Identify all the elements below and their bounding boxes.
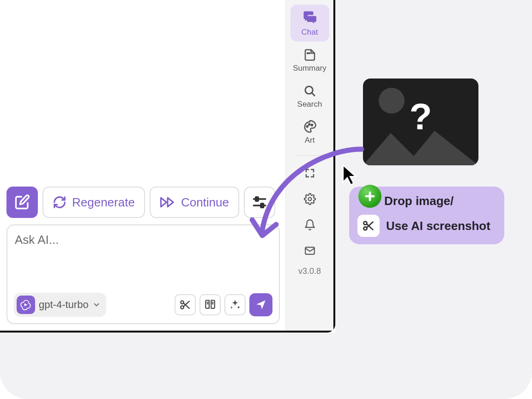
sidebar-item-summary[interactable]: Summary	[290, 43, 329, 78]
svg-point-15	[308, 53, 309, 54]
svg-rect-5	[261, 204, 264, 208]
regenerate-label: Regenerate	[72, 195, 135, 210]
input-toolbar: gpt-4-turbo	[14, 293, 272, 317]
sliders-icon	[252, 194, 267, 210]
send-button[interactable]	[249, 293, 272, 316]
version-label: v3.0.8	[298, 266, 321, 276]
sidebar-item-search[interactable]: Search	[290, 79, 329, 114]
send-icon	[255, 299, 267, 311]
continue-label: Continue	[181, 195, 229, 210]
svg-point-18	[306, 126, 308, 127]
use-screenshot-label: Use AI screenshot	[386, 219, 490, 233]
action-row: Regenerate Continue	[6, 187, 275, 218]
summary-label: Summary	[293, 64, 326, 73]
mail-icon	[304, 245, 316, 257]
main-area: Regenerate Continue Ask AI...	[0, 0, 285, 331]
sidebar-divider	[296, 155, 324, 156]
svg-rect-4	[255, 197, 258, 201]
openai-icon	[17, 296, 35, 314]
placeholder-sun-icon	[379, 88, 405, 114]
app-panel: Regenerate Continue Ask AI...	[0, 0, 335, 332]
sidebar-item-chat[interactable]: Chat	[290, 5, 329, 42]
art-label: Art	[305, 136, 315, 145]
pencil-square-icon	[14, 194, 30, 211]
svg-marker-0	[161, 198, 166, 206]
search-icon	[303, 84, 317, 98]
chat-input[interactable]: Ask AI... gpt-4-turbo	[6, 224, 280, 324]
chat-label: Chat	[302, 28, 318, 37]
settings-button[interactable]	[301, 190, 319, 208]
svg-marker-1	[168, 198, 173, 206]
svg-point-14	[307, 53, 308, 54]
notifications-button[interactable]	[301, 216, 319, 234]
svg-line-17	[312, 93, 314, 96]
compose-button[interactable]	[6, 187, 38, 218]
image-placeholder[interactable]: ?	[363, 79, 478, 165]
continue-button[interactable]: Continue	[150, 187, 239, 218]
sparkles-icon	[229, 299, 241, 311]
document-icon	[303, 48, 317, 62]
mail-button[interactable]	[301, 242, 319, 260]
settings-sliders-button[interactable]	[244, 187, 275, 218]
scissors-icon	[179, 299, 191, 311]
gear-icon	[304, 193, 316, 205]
background-panel	[0, 332, 335, 399]
library-button[interactable]	[200, 294, 221, 315]
use-screenshot-row[interactable]: Use AI screenshot	[357, 215, 496, 237]
model-selector[interactable]: gpt-4-turbo	[14, 293, 106, 317]
question-mark-icon: ?	[410, 96, 432, 138]
tool-icons	[175, 293, 272, 316]
maximize-icon	[304, 168, 315, 179]
plus-badge-icon	[358, 185, 381, 208]
chat-input-placeholder: Ask AI...	[15, 233, 272, 247]
chevron-down-icon	[92, 301, 101, 309]
svg-point-19	[308, 124, 310, 125]
fullscreen-button[interactable]	[301, 164, 319, 182]
svg-point-20	[311, 124, 312, 126]
sidebar-item-art[interactable]: Art	[290, 115, 329, 150]
palette-icon	[303, 120, 317, 134]
bell-icon	[304, 219, 316, 231]
regenerate-button[interactable]: Regenerate	[42, 187, 145, 218]
sparkle-button[interactable]	[224, 294, 246, 315]
fast-forward-icon	[160, 195, 175, 209]
scissors-button[interactable]	[175, 294, 196, 315]
scissors-tooltip-icon	[357, 215, 380, 237]
svg-point-21	[308, 198, 311, 201]
sidebar: Chat Summary Search Art	[285, 0, 333, 331]
refresh-icon	[53, 195, 66, 209]
search-label: Search	[297, 100, 322, 109]
drop-image-label: Drop image/	[384, 194, 453, 208]
chat-icon	[302, 9, 318, 26]
model-label: gpt-4-turbo	[39, 299, 89, 311]
book-icon	[204, 299, 216, 311]
